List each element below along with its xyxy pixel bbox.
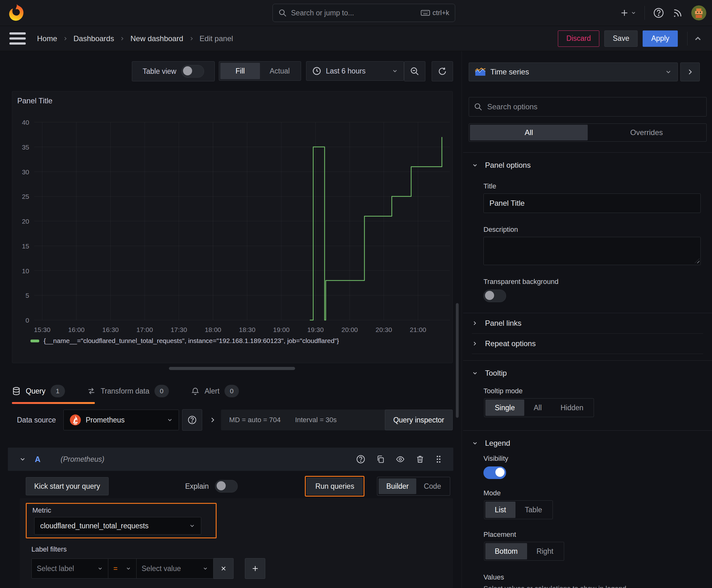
tab-query[interactable]: Query 1 bbox=[12, 380, 65, 402]
panel-links-row[interactable]: Panel links bbox=[472, 313, 703, 334]
tooltip-header[interactable]: Tooltip bbox=[472, 369, 712, 378]
select-value-dropdown[interactable]: Select value bbox=[136, 559, 214, 579]
tab-all-options[interactable]: All bbox=[470, 125, 588, 141]
tab-overrides[interactable]: Overrides bbox=[588, 125, 706, 141]
query-help-icon[interactable] bbox=[356, 455, 365, 464]
panel-title: Panel Title bbox=[17, 97, 52, 105]
collapse-up-icon[interactable] bbox=[687, 32, 703, 45]
expand-chevron-icon[interactable] bbox=[209, 417, 216, 423]
description-textarea[interactable] bbox=[483, 237, 701, 265]
chevron-right-icon bbox=[686, 68, 694, 76]
legend-placement-right[interactable]: Right bbox=[527, 543, 563, 560]
svg-text:15:30: 15:30 bbox=[34, 326, 50, 333]
legend-swatch bbox=[30, 339, 39, 342]
tooltip-mode-all[interactable]: All bbox=[524, 400, 551, 416]
user-avatar[interactable] bbox=[691, 5, 706, 20]
menu-toggle-icon[interactable] bbox=[9, 33, 26, 45]
add-filter-button[interactable] bbox=[245, 558, 265, 579]
repeat-options-row[interactable]: Repeat options bbox=[472, 334, 703, 354]
zoom-out-button[interactable] bbox=[404, 61, 425, 81]
query-inspector-button[interactable]: Query inspector bbox=[385, 410, 453, 430]
search-input[interactable] bbox=[290, 8, 417, 18]
grafana-logo[interactable] bbox=[7, 3, 26, 22]
svg-text:18:30: 18:30 bbox=[239, 326, 256, 333]
datasource-help-button[interactable] bbox=[182, 409, 202, 430]
svg-text:15: 15 bbox=[22, 243, 29, 250]
prometheus-icon bbox=[69, 414, 81, 426]
time-range-picker[interactable]: Last 6 hours bbox=[306, 61, 404, 81]
run-queries-button[interactable]: Run queries bbox=[307, 478, 363, 495]
operator-dropdown[interactable]: = bbox=[108, 559, 136, 579]
select-label-dropdown[interactable]: Select label bbox=[31, 559, 108, 579]
help-circle-icon bbox=[188, 415, 197, 425]
table-view-toggle[interactable] bbox=[181, 65, 204, 78]
transparent-bg-toggle[interactable] bbox=[483, 290, 506, 302]
kick-start-button[interactable]: Kick start your query bbox=[26, 477, 109, 495]
query-toolbar: Kick start your query Explain Run querie… bbox=[8, 474, 453, 499]
svg-text:5: 5 bbox=[25, 292, 29, 299]
metric-select[interactable]: cloudflared_tunnel_total_requests bbox=[34, 517, 201, 534]
chart-legend[interactable]: {__name__="cloudflared_tunnel_total_requ… bbox=[30, 337, 339, 344]
breadcrumb: Home Dashboards New dashboard Edit panel bbox=[37, 34, 233, 43]
fill-option[interactable]: Fill bbox=[220, 63, 260, 79]
panel-options-header[interactable]: Panel options bbox=[472, 161, 712, 170]
news-rss-icon[interactable] bbox=[672, 7, 683, 18]
eye-icon[interactable] bbox=[395, 455, 405, 464]
search-icon bbox=[278, 9, 287, 17]
legend-mode-table[interactable]: Table bbox=[516, 502, 552, 518]
chevron-down-icon bbox=[472, 162, 478, 168]
plus-icon bbox=[620, 8, 629, 17]
legend-placement-bottom[interactable]: Bottom bbox=[486, 543, 527, 560]
legend-series-label[interactable]: {__name__="cloudflared_tunnel_total_requ… bbox=[44, 337, 339, 344]
scrollbar-thumb[interactable] bbox=[456, 303, 459, 418]
transparent-bg-label: Transparent background bbox=[483, 278, 712, 286]
tab-transform[interactable]: Transform data 0 bbox=[87, 380, 169, 402]
chevron-down-icon bbox=[472, 440, 478, 446]
chevron-right-icon bbox=[120, 36, 125, 41]
query-row-header[interactable]: A (Prometheus) bbox=[8, 447, 453, 471]
toggle-viz-suggestions-button[interactable] bbox=[680, 63, 700, 81]
breadcrumb-new-dashboard[interactable]: New dashboard bbox=[130, 34, 183, 43]
clock-icon bbox=[312, 66, 322, 76]
apply-button[interactable]: Apply bbox=[643, 30, 678, 47]
refresh-button[interactable] bbox=[432, 61, 453, 81]
breadcrumb-home[interactable]: Home bbox=[37, 34, 57, 43]
save-button[interactable]: Save bbox=[604, 30, 638, 47]
tooltip-mode-single[interactable]: Single bbox=[486, 400, 524, 416]
help-icon[interactable] bbox=[653, 7, 664, 19]
visualization-picker[interactable]: Time series bbox=[469, 63, 678, 81]
tooltip-mode-hidden[interactable]: Hidden bbox=[551, 400, 593, 416]
section-divider bbox=[463, 360, 712, 361]
panel-title-input[interactable] bbox=[483, 193, 701, 213]
code-option[interactable]: Code bbox=[416, 478, 449, 494]
discard-button[interactable]: Discard bbox=[558, 30, 599, 47]
remove-filter-button[interactable] bbox=[214, 558, 234, 579]
drag-handle-icon[interactable] bbox=[435, 455, 442, 464]
tab-alert[interactable]: Alert 0 bbox=[191, 380, 239, 402]
chevron-down-icon[interactable] bbox=[19, 456, 26, 463]
legend-mode-group: List Table bbox=[484, 500, 553, 519]
chevron-down-icon bbox=[126, 566, 131, 571]
panel-links-label: Panel links bbox=[485, 319, 521, 328]
interval: Interval = 30s bbox=[295, 416, 337, 424]
panel-resize-handle[interactable] bbox=[169, 367, 295, 370]
trash-icon[interactable] bbox=[416, 455, 425, 464]
actual-option[interactable]: Actual bbox=[260, 63, 300, 79]
explain-toggle[interactable] bbox=[215, 480, 238, 492]
add-menu-button[interactable] bbox=[620, 8, 637, 17]
legend-visibility-toggle[interactable] bbox=[483, 466, 506, 479]
legend-mode-list[interactable]: List bbox=[486, 502, 516, 518]
breadcrumb-dashboards[interactable]: Dashboards bbox=[73, 34, 114, 43]
select-value-placeholder: Select value bbox=[142, 564, 181, 573]
pane-divider bbox=[461, 51, 462, 588]
datasource-picker[interactable]: Prometheus bbox=[63, 410, 179, 430]
time-range-label: Last 6 hours bbox=[326, 67, 366, 76]
svg-text:0: 0 bbox=[25, 317, 29, 324]
legend-header[interactable]: Legend bbox=[472, 439, 712, 447]
timeseries-icon bbox=[475, 67, 486, 76]
tooltip-mode-group: Single All Hidden bbox=[484, 398, 594, 417]
builder-option[interactable]: Builder bbox=[379, 478, 416, 494]
duplicate-icon[interactable] bbox=[376, 455, 385, 464]
timeseries-chart[interactable]: 051015202530354015:3016:0016:3017:0017:3… bbox=[12, 110, 453, 334]
options-search-input[interactable] bbox=[487, 102, 701, 111]
